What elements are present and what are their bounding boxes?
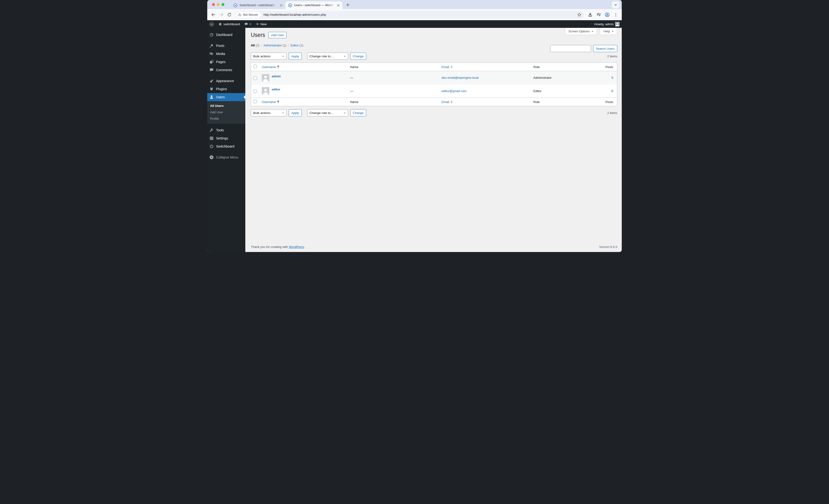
screen-options-button[interactable]: Screen Options	[565, 28, 597, 35]
visit-site-link[interactable]: switchboard	[216, 20, 242, 28]
select-all-checkbox[interactable]	[253, 65, 257, 68]
change-button[interactable]: Change	[350, 109, 366, 116]
users-icon	[209, 95, 214, 100]
sidebar-item-label: Pages	[216, 60, 225, 64]
wp-logo-menu[interactable]: W	[207, 20, 216, 28]
change-role-select[interactable]: Change role to…	[307, 52, 348, 60]
caret-down-icon	[591, 31, 593, 33]
site-security-chip[interactable]: Not Secure	[236, 12, 261, 18]
chevron-down-icon	[344, 112, 346, 114]
apply-button[interactable]: Apply	[289, 52, 302, 60]
user-role-value: Administrator	[534, 76, 552, 79]
sidebar-item-switchboard[interactable]: Switchboard	[207, 142, 245, 150]
bulk-actions-select[interactable]: Bulk actions	[251, 109, 287, 116]
view-editor[interactable]: Editor	[291, 43, 299, 47]
sort-by-username[interactable]: Username	[262, 100, 279, 104]
sidebar-item-label: Appearance	[216, 79, 234, 83]
search-users-button[interactable]: Search Users	[593, 45, 617, 52]
user-email-link[interactable]: dev-email@wpengine.local	[442, 76, 479, 79]
sidebar-item-dashboard[interactable]: Dashboard	[207, 31, 245, 39]
sidebar-item-label: Tools	[216, 128, 224, 132]
pages-icon	[209, 60, 214, 64]
sidebar-item-label: Dashboard	[216, 33, 232, 37]
home-icon	[218, 22, 222, 26]
forward-button[interactable]	[217, 11, 225, 19]
plus-icon	[256, 22, 259, 26]
user-avatar	[262, 87, 269, 95]
comment-bubble-icon	[244, 22, 248, 26]
change-role-select[interactable]: Change role to…	[307, 109, 348, 116]
sidebar-item-tools[interactable]: Tools	[207, 126, 245, 134]
window-minimize-button[interactable]	[217, 3, 220, 6]
my-account-menu[interactable]: Howdy, admin	[592, 22, 622, 26]
sidebar-item-label: Collapse Menu	[216, 155, 238, 159]
reload-button[interactable]	[225, 11, 233, 19]
sort-by-email[interactable]: Email	[442, 100, 453, 104]
downloads-icon[interactable]	[586, 11, 594, 18]
footer-thanks: Thank you for creating with WordPress.	[251, 245, 305, 249]
browser-tab-users[interactable]: W Users ‹ switchboard — WordP	[285, 1, 343, 9]
comments-menu[interactable]: 0	[242, 20, 253, 28]
view-all[interactable]: All	[251, 43, 255, 47]
address-bar[interactable]: Not Secure http://switchboard.local/wp-a…	[235, 11, 584, 19]
window-zoom-button[interactable]	[221, 3, 224, 6]
sidebar-item-pages[interactable]: Pages	[207, 58, 245, 66]
tab-close-icon[interactable]	[336, 3, 340, 7]
sidebar-item-label: Media	[216, 52, 225, 56]
user-email-link[interactable]: editor@gmail.com	[442, 89, 467, 93]
collapse-menu-button[interactable]: Collapse Menu	[207, 153, 245, 161]
sidebar-item-profile[interactable]: Profile	[207, 115, 245, 122]
switchboard-power-icon	[209, 144, 214, 149]
column-role: Role	[534, 100, 540, 104]
select-all-checkbox[interactable]	[253, 100, 257, 103]
bookmark-star-icon[interactable]	[576, 11, 583, 18]
sidebar-item-settings[interactable]: Settings	[207, 134, 245, 142]
user-name-value: —	[350, 89, 353, 93]
browser-menu-kebab-icon[interactable]	[612, 11, 619, 18]
warning-icon	[238, 13, 242, 16]
howdy-text: Howdy, admin	[594, 22, 614, 26]
sort-by-email[interactable]: Email	[442, 65, 453, 69]
sidebar-item-media[interactable]: Media	[207, 50, 245, 58]
change-button[interactable]: Change	[350, 52, 366, 60]
new-tab-button[interactable]	[344, 1, 351, 8]
row-checkbox[interactable]	[253, 76, 257, 80]
media-controls-icon[interactable]	[595, 11, 602, 18]
user-search-input[interactable]	[550, 45, 591, 52]
wp-admin-content: Screen Options Help Users Add User All (…	[245, 28, 622, 252]
sidebar-item-plugins[interactable]: Plugins	[207, 85, 245, 93]
row-checkbox[interactable]	[253, 89, 257, 93]
username-link[interactable]: admin	[272, 74, 281, 78]
sidebar-item-users[interactable]: Users	[207, 93, 245, 101]
new-content-menu[interactable]: New	[253, 20, 269, 28]
sidebar-item-posts[interactable]: Posts	[207, 42, 245, 50]
tablenav-top: Bulk actions Apply Change role to… Chang…	[251, 52, 617, 60]
wp-footer: Thank you for creating with WordPress. V…	[245, 245, 622, 252]
add-user-button[interactable]: Add User	[268, 32, 287, 38]
profile-avatar-icon[interactable]	[604, 11, 611, 18]
sidebar-item-add-user[interactable]: Add User	[207, 109, 245, 115]
view-administrator[interactable]: Administrator	[264, 43, 282, 47]
tab-close-icon[interactable]	[279, 3, 283, 7]
sidebar-item-comments[interactable]: Comments	[207, 66, 245, 74]
apply-button[interactable]: Apply	[289, 109, 302, 116]
column-role: Role	[534, 65, 540, 69]
user-avatar	[262, 74, 269, 82]
tab-search-button[interactable]	[612, 1, 619, 8]
caret-down-icon	[612, 31, 614, 33]
window-close-button[interactable]	[212, 3, 215, 6]
wordpress-link[interactable]: WordPress	[289, 245, 304, 249]
sort-by-username[interactable]: Username	[262, 65, 279, 69]
back-button[interactable]	[209, 11, 217, 19]
user-role-value: Editor	[534, 89, 542, 93]
sort-indicator	[277, 100, 279, 103]
browser-tab-switchboard[interactable]: W Switchboard ‹ switchboard —	[230, 1, 285, 9]
sidebar-item-all-users[interactable]: All Users	[207, 103, 245, 109]
username-link[interactable]: editor	[272, 87, 280, 91]
help-button[interactable]: Help	[600, 28, 617, 35]
bulk-actions-select[interactable]: Bulk actions	[251, 52, 287, 60]
user-posts-link[interactable]: 9	[612, 76, 613, 79]
tablenav-bottom: Bulk actions Apply Change role to… Chang…	[251, 109, 617, 116]
sidebar-item-appearance[interactable]: Appearance	[207, 77, 245, 85]
url-text[interactable]: http://switchboard.local/wp-admin/users.…	[264, 13, 576, 16]
